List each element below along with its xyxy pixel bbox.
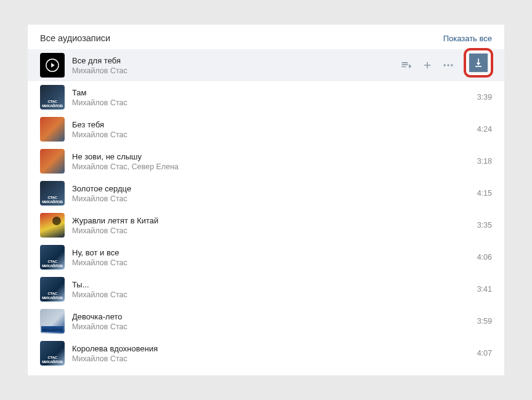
track-duration: 3:41 (471, 285, 492, 294)
track-duration: 3:39 (471, 93, 492, 102)
track-title: Ну, вот и все (72, 247, 471, 258)
audio-panel: Все аудиозаписи Показать все Все для теб… (28, 25, 504, 375)
track-title: Золотое сердце (72, 183, 471, 194)
track-artist: Михайлов Стас (72, 290, 471, 300)
track-info: Королева вдохновенияМихайлов Стас (72, 343, 471, 364)
track-duration: 4:15 (471, 189, 492, 198)
track-artist: Михайлов Стас (72, 258, 471, 268)
track-duration: 4:07 (471, 349, 492, 358)
track-thumbnail[interactable]: СТАС МИХАЙЛОВ (40, 341, 65, 366)
svg-point-3 (451, 64, 453, 66)
track-artist: Михайлов Стас (72, 226, 471, 236)
track-thumbnail[interactable]: СТАС МИХАЙЛОВ (40, 245, 65, 270)
track-row[interactable]: Журавли летят в КитайМихайлов Стас3:35 (28, 209, 504, 241)
track-thumbnail[interactable] (40, 149, 65, 174)
track-thumbnail[interactable]: СТАС МИХАЙЛОВ (40, 85, 65, 110)
track-title: Журавли летят в Китай (72, 215, 471, 226)
track-row[interactable]: Без тебяМихайлов Стас4:24 (28, 113, 504, 145)
track-artist: Михайлов Стас (72, 130, 471, 140)
track-artist: Михайлов Стас (72, 66, 400, 76)
track-row[interactable]: СТАС МИХАЙЛОВТы...Михайлов Стас3:41 (28, 273, 504, 305)
download-button[interactable] (469, 54, 488, 72)
track-row[interactable]: СТАС МИХАЙЛОВНу, вот и всеМихайлов Стас4… (28, 241, 504, 273)
track-info: Ну, вот и всеМихайлов Стас (72, 247, 471, 268)
track-info: Золотое сердцеМихайлов Стас (72, 183, 471, 204)
more-icon (442, 59, 454, 71)
track-thumbnail[interactable] (40, 213, 65, 238)
play-next-icon (400, 59, 413, 71)
track-artist: Михайлов Стас (72, 98, 471, 108)
track-title: Не зови, не слышу (72, 151, 471, 162)
track-row[interactable]: МИХАЙЛОВДевочка-летоМихайлов Стас3:59 (28, 305, 504, 337)
track-duration: 3:59 (471, 317, 492, 326)
track-duration: 4:24 (471, 125, 492, 134)
track-duration: 4:06 (471, 253, 492, 262)
track-thumbnail[interactable]: МИХАЙЛОВ (40, 309, 65, 334)
track-title: Все для тебя (72, 55, 400, 66)
svg-point-2 (447, 64, 449, 66)
track-info: ТамМихайлов Стас (72, 87, 471, 108)
track-row[interactable]: СТАС МИХАЙЛОВКоролева вдохновенияМихайло… (28, 337, 504, 369)
track-info: Без тебяМихайлов Стас (72, 119, 471, 140)
track-title: Без тебя (72, 119, 471, 130)
track-duration: 3:18 (471, 157, 492, 166)
track-duration: 3:35 (471, 221, 492, 230)
track-artist: Михайлов Стас, Север Елена (72, 162, 471, 172)
track-row[interactable]: СТАС МИХАЙЛОВТамМихайлов Стас3:39 (28, 81, 504, 113)
play-next-button[interactable] (400, 58, 413, 72)
track-row[interactable]: Все для тебяМихайлов Стас (28, 49, 504, 81)
svg-rect-4 (475, 66, 482, 67)
track-info: Девочка-летоМихайлов Стас (72, 311, 471, 332)
more-button[interactable] (441, 58, 455, 72)
plus-icon (422, 60, 433, 71)
track-info: Ты...Михайлов Стас (72, 279, 471, 300)
track-info: Не зови, не слышуМихайлов Стас, Север Ел… (72, 151, 471, 172)
track-row[interactable]: СТАС МИХАЙЛОВЗолотое сердцеМихайлов Стас… (28, 177, 504, 209)
track-thumbnail[interactable]: СТАС МИХАЙЛОВ (40, 181, 65, 206)
show-all-link[interactable]: Показать все (443, 34, 492, 43)
panel-title: Все аудиозаписи (40, 33, 110, 43)
track-title: Там (72, 87, 471, 98)
track-info: Журавли летят в КитайМихайлов Стас (72, 215, 471, 236)
track-thumbnail[interactable] (40, 117, 65, 142)
track-actions (400, 58, 455, 72)
play-icon (46, 58, 59, 72)
download-icon (472, 57, 485, 69)
download-highlight (464, 48, 493, 78)
track-artist: Михайлов Стас (72, 354, 471, 364)
track-list: Все для тебяМихайлов СтасСТАС МИХАЙЛОВТа… (28, 49, 504, 369)
track-row[interactable]: Не зови, не слышуМихайлов Стас, Север Ел… (28, 145, 504, 177)
panel-header: Все аудиозаписи Показать все (28, 33, 504, 49)
track-title: Девочка-лето (72, 311, 471, 322)
track-info: Все для тебяМихайлов Стас (72, 55, 400, 76)
track-title: Ты... (72, 279, 471, 290)
track-artist: Михайлов Стас (72, 194, 471, 204)
track-title: Королева вдохновения (72, 343, 471, 354)
track-thumbnail[interactable] (40, 53, 65, 78)
track-thumbnail[interactable]: СТАС МИХАЙЛОВ (40, 277, 65, 302)
add-button[interactable] (421, 58, 434, 72)
track-artist: Михайлов Стас (72, 322, 471, 332)
svg-point-1 (444, 64, 446, 66)
